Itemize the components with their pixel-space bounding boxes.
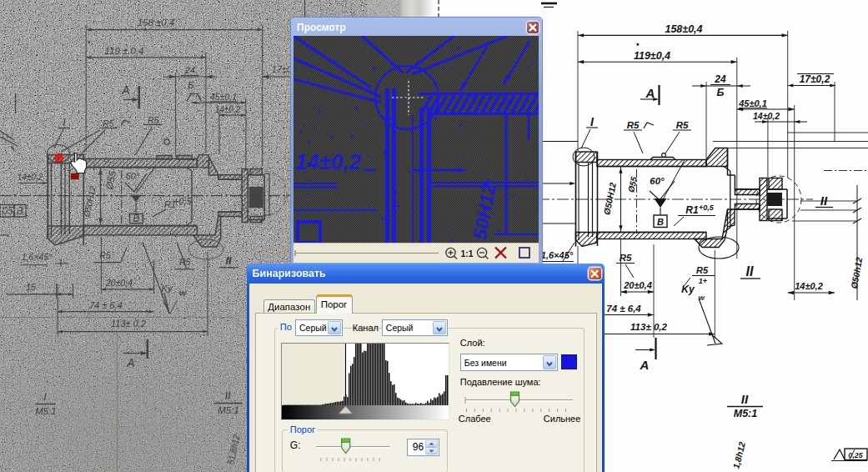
svg-text:24: 24 <box>714 73 726 85</box>
svg-text:M5:1: M5:1 <box>35 406 57 416</box>
svg-text:R5: R5 <box>148 115 159 125</box>
svg-text:II: II <box>746 264 754 279</box>
svg-text:1,6×45°: 1,6×45° <box>22 252 53 262</box>
svg-text:A: A <box>126 356 134 369</box>
svg-text:14±0,2: 14±0,2 <box>295 149 362 174</box>
svg-text:158 ±0,4: 158 ±0,4 <box>138 18 175 28</box>
svg-text:В: В <box>133 213 140 224</box>
svg-text:Kу: Kу <box>162 284 173 294</box>
svg-text:R5: R5 <box>103 118 114 128</box>
svg-text:113± 0,2: 113± 0,2 <box>630 322 667 332</box>
svg-text:M5:1: M5:1 <box>218 405 239 415</box>
svg-text:14±0,2: 14±0,2 <box>18 173 43 182</box>
svg-text:II: II <box>225 254 232 267</box>
svg-text:Б: Б <box>717 87 725 98</box>
svg-text:20±0,4: 20±0,4 <box>623 280 652 290</box>
svg-text:I: I <box>63 116 66 128</box>
svg-text:В: В <box>657 217 664 227</box>
svg-text:20±0,4: 20±0,4 <box>105 278 133 288</box>
svg-text:II: II <box>741 392 749 406</box>
svg-text:M5:1: M5:1 <box>734 408 758 419</box>
svg-text:R5: R5 <box>627 120 640 130</box>
svg-text:60°: 60° <box>650 176 665 186</box>
svg-text:+0,5: +0,5 <box>699 203 715 212</box>
svg-text:A: A <box>121 83 129 97</box>
svg-text:R5: R5 <box>696 265 709 275</box>
svg-text:14±0,2: 14±0,2 <box>795 281 823 291</box>
svg-text:A: A <box>640 358 650 372</box>
svg-text:1+: 1+ <box>699 277 708 285</box>
svg-text:119±0,4: 119±0,4 <box>634 50 670 62</box>
svg-text:74 ± 6,4: 74 ± 6,4 <box>89 300 123 310</box>
svg-text:I: I <box>43 390 47 403</box>
svg-text:II: II <box>224 389 231 402</box>
svg-text:1:1: 1:1 <box>460 249 473 259</box>
svg-text:R5: R5 <box>620 253 632 263</box>
svg-text:74 ± 6,4: 74 ± 6,4 <box>606 304 641 314</box>
svg-text:119 ± 0,4: 119 ± 0,4 <box>104 46 143 56</box>
svg-text:15: 15 <box>26 282 37 292</box>
svg-text:Kу: Kу <box>681 284 695 295</box>
svg-text:+0,5: +0,5 <box>174 196 192 206</box>
svg-text:14±0,2: 14±0,2 <box>753 111 780 121</box>
svg-text:II: II <box>820 193 828 208</box>
svg-text:17±0,2: 17±0,2 <box>800 73 830 85</box>
svg-text:60°: 60° <box>126 171 140 181</box>
svg-text:₩: ₩ <box>179 289 188 298</box>
svg-text:В: В <box>17 205 23 217</box>
svg-text:24: 24 <box>184 65 195 75</box>
svg-text:05: 05 <box>2 205 13 217</box>
svg-text:R1: R1 <box>685 204 699 216</box>
svg-text:45±0,1: 45±0,1 <box>210 92 237 102</box>
svg-text:17±0: 17±0 <box>272 64 293 74</box>
svg-text:14±0,2: 14±0,2 <box>215 105 241 114</box>
svg-text:113± 0,2: 113± 0,2 <box>111 319 146 329</box>
svg-text:158±0,4: 158±0,4 <box>665 23 702 35</box>
svg-text:Б: Б <box>188 80 194 90</box>
svg-text:45±0,1: 45±0,1 <box>738 98 767 108</box>
svg-text:R5: R5 <box>676 120 689 130</box>
